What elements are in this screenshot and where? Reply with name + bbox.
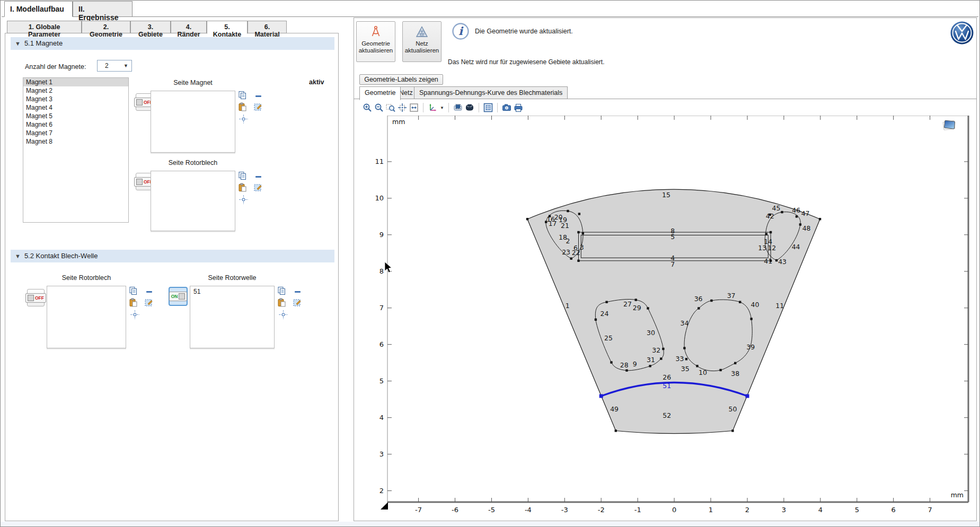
kontakt-rotorblech-toggle[interactable]: OFF	[27, 289, 45, 306]
edge-label: 30	[647, 329, 655, 337]
copy-image-icon[interactable]	[453, 103, 463, 112]
image-snapshot-icon[interactable]	[465, 103, 474, 112]
edge-label: 2	[566, 237, 570, 245]
content-frame-line	[2, 16, 978, 17]
mesh-icon	[415, 25, 429, 39]
edge-label: 49	[610, 405, 619, 413]
seite-rotorwelle-selection-box[interactable]: 51	[190, 286, 275, 348]
svg-text:1: 1	[709, 506, 713, 514]
clear-selection-icon[interactable]	[144, 298, 153, 308]
copy-icon[interactable]	[129, 286, 138, 295]
magnet-count-label: Anzahl der Magnete:	[25, 63, 86, 71]
view-tab-geometrie[interactable]: Geometrie	[359, 86, 401, 100]
seite-rotorblech-selection-box[interactable]	[151, 171, 235, 231]
edge-label: 10	[699, 368, 707, 376]
chevron-down-icon: ▼	[123, 63, 128, 68]
print-icon[interactable]	[514, 103, 523, 112]
edge-label: 35	[681, 365, 690, 373]
graphics-toolbar: ▼	[363, 102, 523, 113]
section-header-magnete[interactable]: ▼5.1 Magnete	[11, 37, 334, 50]
magnet-list-item[interactable]: Magnet 3	[23, 95, 128, 103]
edge-label: 15	[662, 191, 670, 199]
zoom-to-selection-icon[interactable]	[130, 310, 139, 319]
edge-label: 21	[561, 222, 569, 230]
edge-label: 6	[573, 244, 578, 252]
update-geometry-label: Geometrie aktualisieren	[357, 40, 394, 54]
edge-label: 52	[663, 411, 671, 419]
tab-material[interactable]: 6. Material	[248, 21, 287, 33]
plot-settings-grid-icon[interactable]	[483, 103, 493, 112]
zoom-to-selection-icon[interactable]	[279, 310, 288, 319]
camera-icon[interactable]	[502, 103, 511, 112]
seite-rotorwelle-toggle[interactable]: ON	[169, 287, 188, 306]
edge-label: 33	[675, 355, 684, 363]
tab-gebiete[interactable]: 3. Gebiete	[130, 21, 171, 33]
seite-magnet-selection-box[interactable]	[151, 91, 235, 153]
section-header-kontakt[interactable]: ▼5.2 Kontakt Blech-Welle	[11, 250, 334, 262]
magnet-list-item[interactable]: Magnet 6	[23, 120, 128, 129]
zoom-out-icon[interactable]	[374, 103, 384, 112]
update-geometry-button[interactable]: Geometrie aktualisieren	[356, 21, 395, 62]
paste-icon[interactable]	[238, 183, 247, 192]
zoom-extents-icon[interactable]	[409, 103, 419, 112]
paste-icon[interactable]	[238, 102, 247, 111]
tab-modellaufbau[interactable]: I. Modellaufbau	[4, 1, 73, 17]
collapse-triangle-icon: ▼	[15, 253, 21, 259]
magnet-list-item[interactable]: Magnet 5	[23, 112, 128, 120]
svg-text:-2: -2	[598, 506, 605, 514]
paste-icon[interactable]	[129, 298, 138, 307]
svg-text:3: 3	[379, 450, 384, 458]
magnet-list-item[interactable]: Magnet 2	[23, 86, 128, 95]
section-title: 5.1 Magnete	[24, 39, 63, 47]
svg-text:7: 7	[379, 304, 384, 312]
svg-text:-7: -7	[415, 506, 422, 514]
remove-icon[interactable]	[145, 287, 154, 296]
tab-globale-parameter[interactable]: 1. Globale Parameter	[7, 21, 82, 33]
zoom-to-selection-icon[interactable]	[239, 115, 248, 124]
axis-orientation-icon[interactable]	[428, 103, 437, 112]
edge-label: 25	[604, 334, 613, 342]
remove-icon[interactable]	[293, 287, 302, 296]
geometry-labels-button[interactable]: Geometrie-Labels zeigen	[359, 74, 443, 85]
zoom-box-icon[interactable]	[386, 103, 395, 112]
magnet-list-item[interactable]: Magnet 4	[23, 103, 128, 112]
update-mesh-button[interactable]: Netz aktualisieren	[402, 21, 442, 62]
edge-label: 11	[775, 302, 784, 310]
remove-icon[interactable]	[254, 92, 263, 101]
copy-icon[interactable]	[277, 286, 286, 295]
tab-raender[interactable]: 4. Ränder	[171, 21, 207, 33]
paste-icon[interactable]	[277, 298, 286, 307]
edge-label: 3	[580, 243, 584, 251]
copy-icon[interactable]	[238, 91, 247, 100]
clear-selection-icon[interactable]	[293, 298, 302, 308]
magnet-count-select[interactable]: 2 ▼	[97, 60, 132, 72]
edge-label: 43	[778, 258, 787, 266]
tab-kontakte[interactable]: 5. Kontakte	[207, 21, 248, 34]
update-mesh-label: Netz aktualisieren	[403, 40, 440, 54]
edge-label: 41	[764, 257, 772, 265]
zoom-in-icon[interactable]	[363, 103, 372, 112]
clear-selection-icon[interactable]	[253, 103, 262, 112]
group-title-seite-rotorblech: Seite Rotorblech	[151, 159, 235, 166]
remove-icon[interactable]	[254, 172, 263, 181]
edge-label: 51	[663, 382, 671, 390]
dropdown-caret-icon[interactable]: ▼	[440, 106, 444, 110]
compass-icon	[369, 25, 383, 39]
kontakt-rotorblech-selection-box[interactable]	[47, 286, 126, 348]
magnet-list-item[interactable]: Magnet 1	[23, 78, 128, 86]
tab-ergebnisse[interactable]: II. Ergebnisse	[73, 1, 133, 17]
zoom-to-selection-icon[interactable]	[239, 195, 248, 204]
clear-selection-icon[interactable]	[253, 183, 262, 192]
geometry-plot[interactable]: -7-6-5-4-3-2-101234567234567891011mmmm 1…	[354, 116, 976, 521]
tab-geometrie[interactable]: 2. Geometrie	[82, 21, 130, 33]
zoom-selected-icon[interactable]	[398, 103, 407, 112]
magnet-list-item[interactable]: Magnet 8	[23, 137, 128, 146]
copy-icon[interactable]	[238, 171, 247, 180]
magnet-list-item[interactable]: Magnet 7	[23, 129, 128, 137]
plot-corner-icon[interactable]	[943, 120, 955, 130]
view-tab-spannungs-dehnungs-kurve[interactable]: Spannungs-Dehnungs-Kurve des Blechmateri…	[414, 86, 568, 99]
edge-label: 39	[746, 343, 755, 351]
edge-label: 29	[633, 304, 641, 312]
magnet-listbox[interactable]: Magnet 1Magnet 2Magnet 3Magnet 4Magnet 5…	[23, 77, 129, 223]
edge-label: 27	[623, 300, 632, 308]
